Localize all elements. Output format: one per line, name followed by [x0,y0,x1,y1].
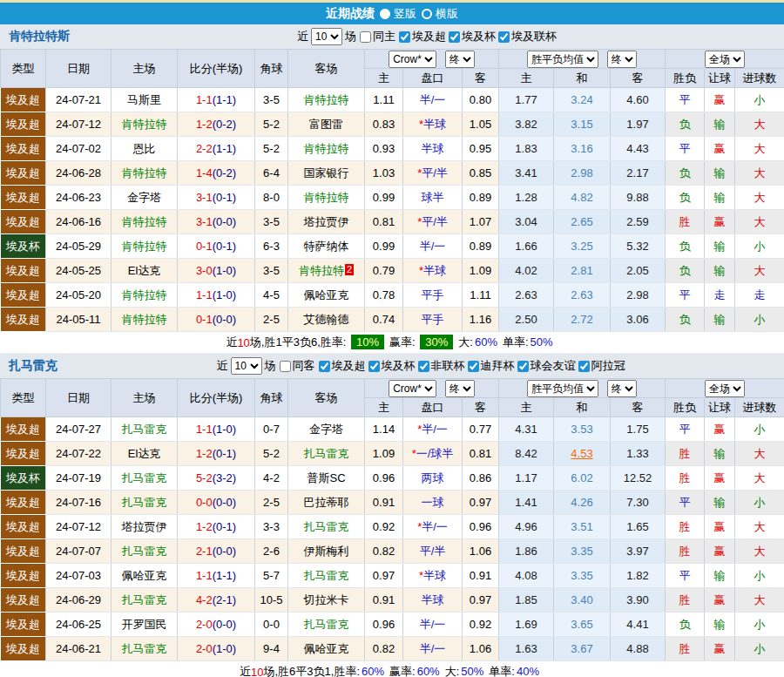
date-cell: 24-07-16 [46,491,112,515]
same-side-checkbox[interactable] [280,361,291,372]
summary-stat-value: 60% [362,665,384,677]
score-cell: 0-0(0-0) [178,491,255,515]
league-filter[interactable]: 埃及杯 [368,358,416,374]
match-count-select[interactable]: 10 [231,357,262,375]
league-filter[interactable]: 非联杯 [417,358,465,374]
league-filter[interactable]: 埃及杯 [448,29,496,44]
league-type-cell: 埃及超 [1,588,46,613]
result-goals-cell: 走 [735,283,784,308]
same-side-filter[interactable]: 同主 [359,29,395,44]
result-goals-cell: 小 [735,491,784,515]
odds-company-select[interactable]: Crow* [389,380,436,397]
league-filter[interactable]: 球会友谊 [517,358,576,374]
league-checkbox[interactable] [498,31,510,43]
page-title: 近期战绩 [326,6,375,22]
league-label: 非联杯 [431,358,465,374]
avg-time-select[interactable]: 终 [607,51,637,68]
avg-away-cell: 3.06 [611,308,666,332]
handicap-cell: 半/一 [403,637,463,661]
league-checkbox[interactable] [517,361,529,372]
result-goals-cell: 小 [735,613,784,637]
avg-home-cell: 4.31 [499,417,554,442]
away-odds-cell: 0.97 [463,588,499,613]
odds-company-select[interactable]: Crow* [389,51,436,68]
summary-stats: 胜率:60%赢率:60%大:50%单率:40% [334,664,544,677]
result-handicap-cell: 赢 [705,417,735,442]
league-checkbox[interactable] [319,361,330,372]
score-cell: 3-0(1-0) [178,259,255,283]
vertical-layout-label: 竖版 [394,6,416,22]
corner-cell: 0-7 [255,417,288,442]
league-label: 埃及杯 [382,358,416,374]
league-checkbox[interactable] [578,361,590,372]
scope-select[interactable]: 全场 [705,380,745,397]
result-wdl-cell: 负 [666,186,705,210]
avg-type-select[interactable]: 胜平负均值 [527,51,598,68]
result-handicap-cell: 输 [705,161,735,186]
vertical-layout-radio[interactable] [380,9,390,19]
home-odds-cell: 0.96 [365,466,403,491]
same-side-filter[interactable]: 同客 [279,358,315,374]
col-header-avg-home: 主 [499,398,554,417]
avg-away-cell: 5.32 [611,234,666,259]
fulltime-score: 2-2 [196,142,213,155]
handicap-value: 半/一 [420,642,446,655]
fulltime-score: 1-1 [196,288,213,301]
handicap-value: 半球 [423,118,446,131]
avg-home-cell: 4.96 [499,515,554,539]
league-checkbox[interactable] [468,361,479,372]
halftime-score: (0-1) [213,240,236,253]
home-odds-cell: 0.91 [365,588,403,613]
league-filter[interactable]: 迪拜杯 [467,358,515,374]
handicap-cell: *平/半 [403,210,463,234]
match-row: 埃及超24-07-12肯特拉特1-2(0-2)5-2富图雷0.83*半球1.05… [1,112,784,137]
result-goals-cell: 小 [735,417,784,442]
league-checkbox[interactable] [449,31,460,43]
avg-draw-cell[interactable]: 4.53 [554,442,611,466]
away-team-cell: 扎马雷克 [288,613,365,637]
result-handicap-cell: 输 [705,112,735,137]
scope-select[interactable]: 全场 [705,51,745,68]
avg-time-select[interactable]: 终 [607,380,637,397]
match-count-select[interactable]: 10 [311,28,342,45]
away-team-cell: 佩哈亚克 [288,637,365,661]
handicap-cell: *半/一 [403,515,463,539]
summary-bar: 近 10 场,胜6平3负1, 胜率:60%赢率:60%大:50%单率:40% [0,661,784,677]
league-checkbox[interactable] [399,31,410,43]
league-filter[interactable]: 阿拉冠 [578,358,625,374]
horizontal-layout-radio[interactable] [422,9,432,19]
col-header-result-handicap: 让球 [705,69,735,88]
result-goals-cell: 大 [735,539,784,564]
avg-type-select[interactable]: 胜平负均值 [527,380,598,397]
league-filter[interactable]: 埃及超 [318,358,366,374]
result-wdl-cell: 平 [666,88,705,112]
away-team-name: 巴拉蒂耶 [304,496,349,509]
league-checkbox[interactable] [418,361,429,372]
home-team-name: 肯特拉特 [122,166,167,179]
halftime-score: (0-2) [213,118,236,131]
match-row: 埃及超24-07-21马斯里1-1(1-1)3-5肯特拉特1.11半/一0.80… [1,88,784,112]
home-team-name: 塔拉贾伊 [122,520,167,533]
avg-home-cell: 1.85 [499,588,554,613]
away-team-cell: 金字塔 [288,417,365,442]
handicap-cell: *半球 [403,112,463,137]
handicap-cell: 平手 [403,283,463,308]
odds-time-select[interactable]: 终 [445,380,475,397]
away-odds-cell: 1.06 [463,637,499,661]
league-filter[interactable]: 埃及联杯 [497,29,557,44]
halftime-score: (0-0) [213,618,236,631]
games-label: 场 [345,29,356,44]
odds-time-select[interactable]: 终 [445,51,475,68]
avg-draw-cell: 3.35 [554,564,611,588]
away-team-name: 金字塔 [309,423,343,436]
team-name: 扎马雷克 [0,358,57,374]
result-handicap-cell: 赢 [705,588,735,613]
avg-draw-cell: 3.53 [554,417,611,442]
league-filter[interactable]: 埃及超 [398,29,446,44]
league-checkbox[interactable] [368,361,380,372]
summary-stat-label: 单率: [489,665,515,677]
fulltime-score: 1-2 [196,520,213,533]
same-side-checkbox[interactable] [360,31,371,43]
col-header-odds-away: 客 [463,398,499,417]
league-type-cell: 埃及超 [1,564,46,588]
